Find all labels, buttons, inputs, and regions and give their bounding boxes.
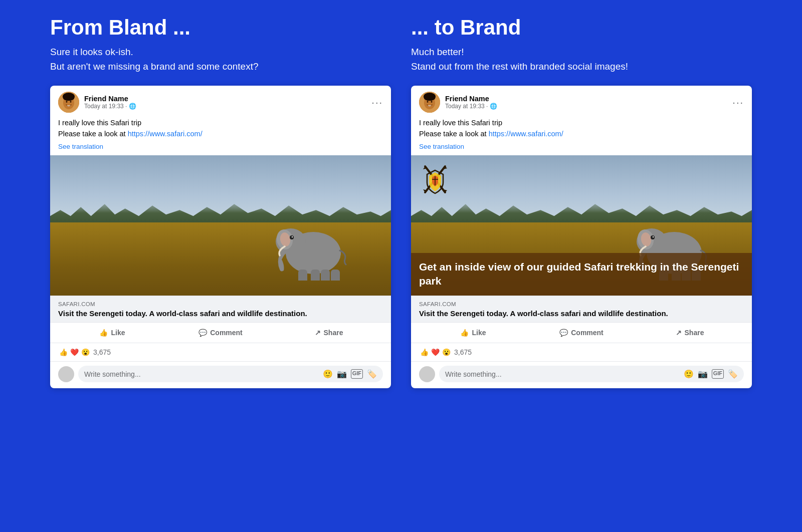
brand-overlay-text: Get an inside view of our guided Safari … [419, 260, 744, 289]
post-meta-brand: Today at 19:33 · 🌐 [445, 103, 497, 110]
right-subtext-line1: Much better! [411, 47, 464, 57]
svg-point-5 [63, 96, 74, 101]
actions-brand: 👍 Like 💬 Comment ↗ Share [411, 322, 752, 343]
fb-header-brand: Friend Name Today at 19:33 · 🌐 ··· [419, 92, 744, 113]
bland-fb-card: Friend Name Today at 19:33 · 🌐 ··· I rea… [50, 86, 391, 388]
comment-icon-bland: 💬 [198, 329, 207, 337]
safari-image-brand: Get an inside view of our guided Safari … [411, 155, 752, 296]
svg-point-3 [70, 101, 72, 103]
avatar-brand [419, 92, 440, 113]
comment-section-bland: Write something... 🙂 📷 GIF 🏷️ [50, 361, 391, 388]
comment-section-brand: Write something... 🙂 📷 GIF 🏷️ [411, 361, 752, 388]
comment-icons-bland: 🙂 📷 GIF 🏷️ [323, 369, 377, 379]
page-title-bland: Visit the Serengeti today. A world-class… [58, 309, 383, 319]
brand-logo [418, 162, 452, 196]
reactions-count-brand: 3,675 [454, 348, 472, 356]
emoji-icon-brand[interactable]: 🙂 [684, 369, 694, 379]
camera-icon-bland[interactable]: 📷 [337, 369, 347, 379]
svg-rect-12 [298, 270, 307, 281]
comment-input-brand[interactable]: Write something... 🙂 📷 GIF 🏷️ [439, 366, 744, 382]
like-reaction-brand: 👍 [419, 347, 429, 357]
svg-point-27 [653, 236, 654, 237]
reactions-bar-bland: 👍 ❤️ 😮 3,675 [50, 343, 391, 361]
svg-point-18 [427, 101, 429, 103]
post-link-bland[interactable]: https://www.safari.com/ [128, 130, 203, 138]
emoji-icon-bland[interactable]: 🙂 [323, 369, 333, 379]
comment-placeholder-brand: Write something... [445, 370, 502, 378]
left-heading: From Bland ... [50, 16, 391, 39]
actions-bland: 👍 Like 💬 Comment ↗ Share [50, 322, 391, 343]
left-panel: From Bland ... Sure it looks ok-ish. But… [50, 16, 391, 388]
sticker-icon-brand[interactable]: 🏷️ [728, 369, 738, 379]
domain-bland: SAFARI.COM [58, 301, 383, 307]
user-info-brand: Friend Name Today at 19:33 · 🌐 [445, 95, 497, 110]
right-subtext: Much better! Stand out from the rest wit… [411, 45, 752, 74]
domain-section-brand: SAFARI.COM Visit the Serengeti today. A … [411, 296, 752, 323]
fb-header-left-brand: Friend Name Today at 19:33 · 🌐 [419, 92, 497, 113]
avatar-bland [58, 92, 79, 113]
comment-placeholder-bland: Write something... [84, 370, 141, 378]
comment-button-bland[interactable]: 💬 Comment [166, 325, 275, 341]
fb-header-left-bland: Friend Name Today at 19:33 · 🌐 [58, 92, 136, 113]
like-icon-brand: 👍 [460, 329, 469, 337]
see-translation-bland[interactable]: See translation [58, 143, 383, 150]
svg-rect-13 [311, 270, 320, 281]
love-reaction-bland: ❤️ [69, 347, 79, 357]
right-panel: ... to Brand Much better! Stand out from… [411, 16, 752, 388]
user-info-bland: Friend Name Today at 19:33 · 🌐 [84, 95, 136, 110]
see-translation-brand[interactable]: See translation [419, 143, 744, 150]
share-button-bland[interactable]: ↗ Share [275, 325, 383, 341]
left-subtext: Sure it looks ok-ish. But aren't we miss… [50, 45, 391, 74]
camera-icon-brand[interactable]: 📷 [698, 369, 708, 379]
svg-point-10 [290, 235, 294, 239]
like-reaction-bland: 👍 [58, 347, 68, 357]
reactions-count-bland: 3,675 [93, 348, 111, 356]
user-name-brand: Friend Name [445, 95, 497, 103]
svg-point-11 [292, 236, 293, 237]
fb-header-bland: Friend Name Today at 19:33 · 🌐 ··· [58, 92, 383, 113]
post-meta-bland: Today at 19:33 · 🌐 [84, 103, 136, 110]
share-icon-bland: ↗ [315, 329, 321, 337]
brand-overlay: Get an inside view of our guided Safari … [411, 253, 752, 296]
post-text-bland: I really love this Safari trip Please ta… [58, 118, 383, 140]
image-area-brand: Get an inside view of our guided Safari … [411, 155, 752, 296]
safari-image-bland [50, 155, 391, 296]
gif-icon-bland[interactable]: GIF [351, 369, 363, 379]
like-icon-bland: 👍 [99, 329, 108, 337]
brand-fb-card: Friend Name Today at 19:33 · 🌐 ··· I rea… [411, 86, 752, 388]
comment-icons-brand: 🙂 📷 GIF 🏷️ [684, 369, 738, 379]
gif-icon-brand[interactable]: GIF [712, 369, 724, 379]
svg-rect-14 [321, 270, 330, 281]
more-icon-brand[interactable]: ··· [732, 97, 744, 108]
comment-button-brand[interactable]: 💬 Comment [527, 325, 636, 341]
love-reaction-brand: ❤️ [430, 347, 440, 357]
domain-brand: SAFARI.COM [419, 301, 744, 307]
comment-avatar-brand [419, 366, 435, 382]
post-link-brand[interactable]: https://www.safari.com/ [489, 130, 563, 138]
svg-point-2 [66, 101, 68, 103]
share-button-brand[interactable]: ↗ Share [636, 325, 744, 341]
like-button-brand[interactable]: 👍 Like [419, 325, 527, 341]
share-icon-brand: ↗ [676, 329, 682, 337]
wow-reaction-brand: 😮 [441, 347, 451, 357]
sticker-icon-bland[interactable]: 🏷️ [367, 369, 377, 379]
domain-section-bland: SAFARI.COM Visit the Serengeti today. A … [50, 296, 391, 323]
user-name-bland: Friend Name [84, 95, 136, 103]
right-subtext-line2: Stand out from the rest with branded soc… [411, 61, 628, 72]
right-heading: ... to Brand [411, 16, 752, 39]
page-title-brand: Visit the Serengeti today. A world-class… [419, 309, 744, 319]
svg-point-21 [424, 96, 435, 101]
left-subtext-line2: But aren't we missing a brand and some c… [50, 61, 259, 72]
comment-avatar-bland [58, 366, 74, 382]
wow-reaction-bland: 😮 [80, 347, 90, 357]
svg-point-26 [651, 235, 655, 239]
comment-icon-brand: 💬 [559, 329, 568, 337]
post-text-brand: I really love this Safari trip Please ta… [419, 118, 744, 140]
like-button-bland[interactable]: 👍 Like [58, 325, 166, 341]
comment-input-bland[interactable]: Write something... 🙂 📷 GIF 🏷️ [78, 366, 383, 382]
elephant-bland [271, 205, 351, 281]
svg-rect-15 [331, 270, 340, 281]
reactions-bar-brand: 👍 ❤️ 😮 3,675 [411, 343, 752, 361]
left-subtext-line1: Sure it looks ok-ish. [50, 47, 133, 57]
more-icon-bland[interactable]: ··· [371, 97, 383, 108]
